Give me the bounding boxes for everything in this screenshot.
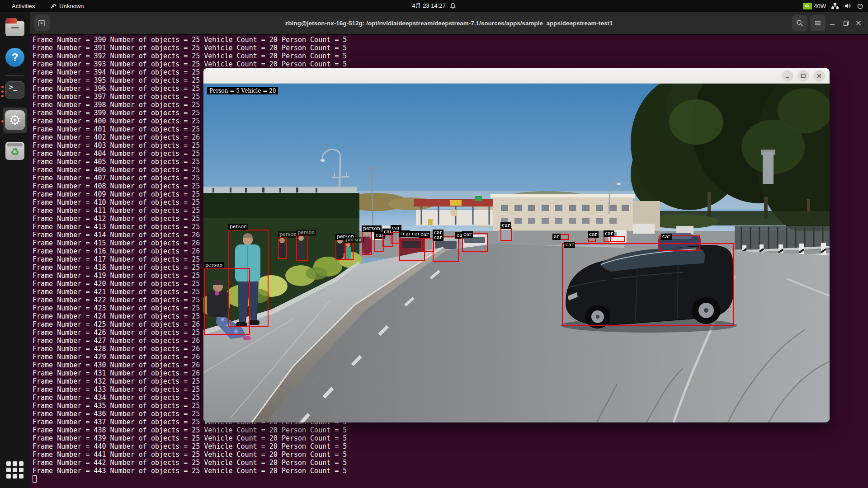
gnome-top-bar: Activities Unknown 4月 23 14:27 40W (0, 0, 868, 12)
detection-label: car (564, 242, 575, 248)
terminal-line: Frame Number = 393 Number of objects = 2… (33, 60, 868, 68)
terminal-line: Frame Number = 442 Number of objects = 2… (33, 459, 868, 467)
terminal-prompt-line (33, 475, 868, 484)
dock-item-files[interactable] (0, 18, 30, 39)
running-indicator-dot (1, 90, 4, 93)
detection-box-car (421, 238, 434, 252)
show-applications-button[interactable] (6, 461, 24, 479)
input-method-icon (50, 3, 57, 9)
clock-button[interactable]: 4月 23 14:27 (412, 2, 456, 10)
power-icon (857, 3, 863, 9)
video-minimize-button[interactable] (782, 70, 793, 82)
desktop: Activities Unknown 4月 23 14:27 40W (0, 0, 868, 488)
notification-bell-icon (450, 3, 456, 9)
nvidia-icon (803, 3, 812, 9)
help-icon: ? (5, 48, 24, 67)
detection-label: person (362, 225, 382, 232)
recycle-glyph: ♻ (10, 146, 19, 158)
terminal-cursor (33, 475, 37, 483)
help-glyph: ? (12, 51, 19, 64)
detection-label: car (433, 235, 443, 241)
terminal-line: Frame Number = 391 Number of objects = 2… (33, 44, 868, 52)
detection-box-person (362, 231, 372, 255)
menu-button[interactable] (810, 15, 826, 31)
terminal-title: zbing@jetson-nx-16g-512g: /opt/nvidia/de… (30, 12, 868, 34)
detection-label: car (661, 234, 672, 240)
clock-label: 4月 23 14:27 (412, 2, 445, 10)
detection-box-ar (559, 234, 569, 240)
detection-label: car (588, 231, 599, 238)
detection-box-person (204, 268, 250, 335)
terminal-line: Frame Number = 441 Number of objects = 2… (33, 450, 868, 459)
detection-label: ar (552, 234, 561, 240)
files-icon (5, 21, 24, 36)
dock-item-terminal[interactable]: >_ (0, 81, 30, 101)
running-indicator-dot (1, 86, 4, 88)
detection-label: person (278, 231, 298, 238)
detection-label: person (228, 224, 248, 230)
settings-focus-backdrop: ⚙ (3, 108, 27, 133)
terminal-line: Frame Number = 440 Number of objects = 2… (33, 442, 868, 450)
running-indicator-dot (1, 95, 4, 97)
deepstream-video-window: Person = 5 Vehicle = 20 personpersonpers… (203, 68, 830, 422)
system-tray[interactable]: 40W (803, 0, 863, 12)
activities-button[interactable]: Activities (8, 2, 38, 10)
terminal-glyph: >_ (9, 83, 17, 91)
osd-count-label: Person = 5 Vehicle = 20 (207, 87, 278, 94)
dock-item-help[interactable]: ? (0, 48, 30, 69)
dock-item-settings[interactable]: ⚙ (0, 108, 30, 135)
video-titlebar[interactable] (203, 68, 830, 84)
running-indicator-dot (1, 120, 4, 122)
detection-label: person (204, 262, 224, 268)
terminal-line: Frame Number = 438 Number of objects = 2… (33, 426, 868, 434)
detection-label: car (500, 222, 511, 229)
nvidia-power-indicator: 40W (803, 3, 826, 9)
terminal-line: Frame Number = 390 Number of objects = 2… (33, 36, 868, 44)
terminal-line: Frame Number = 439 Number of objects = 2… (33, 434, 868, 442)
gear-icon: ⚙ (5, 110, 25, 130)
terminal-icon: >_ (5, 81, 24, 99)
detection-box-car (500, 228, 512, 241)
terminal-line: Frame Number = 443 Number of objects = 2… (33, 467, 868, 475)
close-button[interactable] (851, 15, 866, 31)
detection-box-person (344, 243, 354, 260)
search-button[interactable] (792, 15, 807, 31)
detection-label: car (419, 231, 430, 238)
volume-icon (844, 3, 851, 9)
dock-item-trash[interactable]: ♻ (0, 142, 30, 163)
detection-box-person (278, 237, 287, 259)
dock-separator (6, 75, 24, 76)
minimize-button[interactable] (825, 15, 840, 31)
video-frame: Person = 5 Vehicle = 20 personpersonpers… (203, 84, 830, 422)
detection-label: car (462, 231, 473, 238)
detection-layer: Person = 5 Vehicle = 20 personpersonpers… (203, 84, 830, 422)
trash-icon: ♻ (5, 142, 24, 160)
detection-box-car (562, 243, 734, 326)
ubuntu-dock: ? >_ ⚙ ♻ (0, 12, 30, 488)
detection-box-car (610, 236, 625, 242)
input-method-label: Unknown (59, 3, 84, 9)
terminal-line: Frame Number = 392 Number of objects = 2… (33, 52, 868, 60)
detection-label: person (296, 230, 316, 236)
video-maximize-button[interactable] (797, 70, 809, 82)
video-close-button[interactable] (813, 70, 825, 82)
power-draw-label: 40W (814, 3, 826, 9)
wired-network-icon (831, 3, 839, 9)
detection-box-person (296, 235, 308, 261)
input-method-indicator[interactable]: Unknown (50, 3, 84, 9)
terminal-headerbar[interactable]: zbing@jetson-nx-16g-512g: /opt/nvidia/de… (30, 12, 868, 34)
gear-glyph: ⚙ (9, 113, 21, 127)
